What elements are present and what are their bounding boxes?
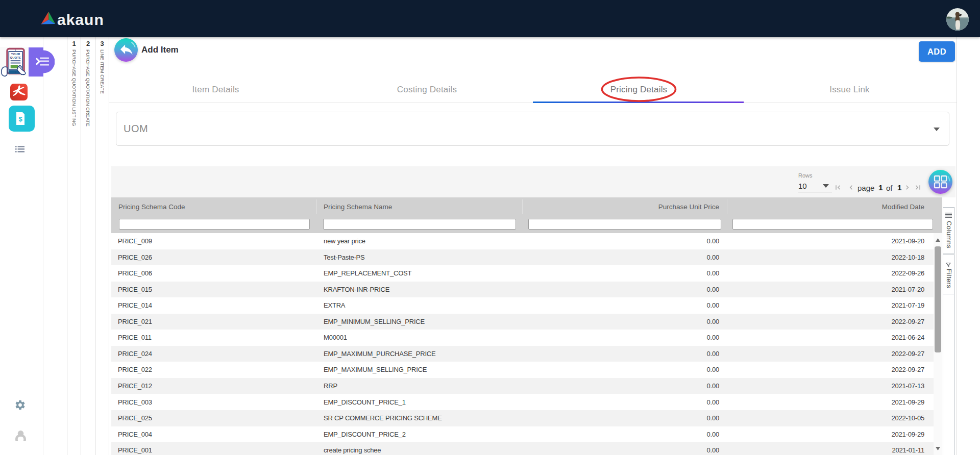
svg-text:$: $ [18, 115, 22, 123]
svg-text:YOUR: YOUR [11, 53, 20, 56]
svg-text:QUOTE: QUOTE [10, 56, 21, 59]
